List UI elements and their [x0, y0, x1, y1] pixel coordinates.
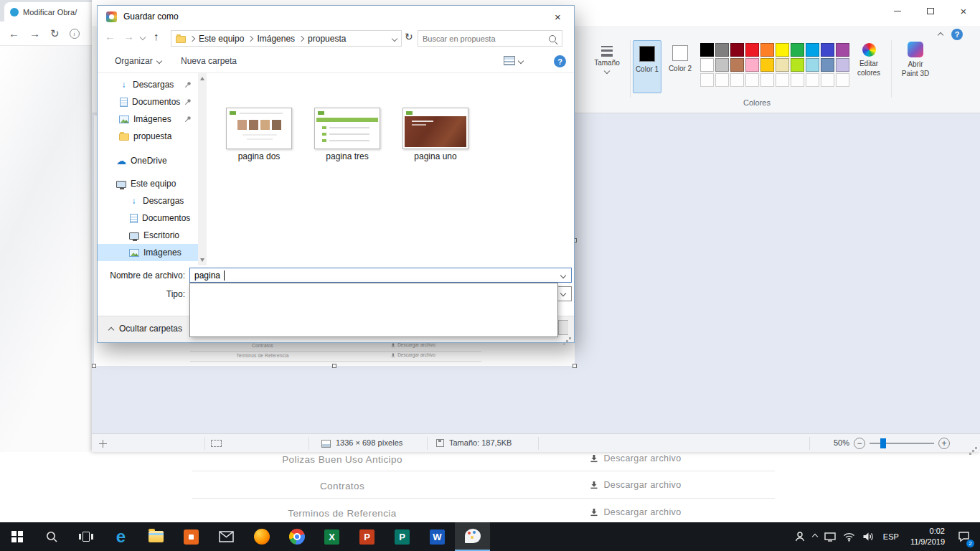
language-indicator[interactable]: ESP — [877, 522, 905, 551]
sidebar-item-documentos[interactable]: Documentos — [98, 93, 198, 110]
window-resize-grip[interactable] — [975, 447, 977, 449]
palette-swatch[interactable] — [730, 43, 744, 57]
chevron-down-icon[interactable] — [560, 291, 566, 296]
palette-swatch[interactable] — [791, 43, 804, 57]
palette-empty-slot[interactable] — [760, 73, 774, 87]
file-name[interactable]: pagina uno — [392, 151, 479, 161]
start-button[interactable] — [0, 522, 34, 551]
taskbar-app-excel[interactable]: X — [314, 522, 349, 551]
taskbar-app-paint-active[interactable] — [455, 522, 490, 551]
resize-handle[interactable] — [332, 364, 336, 368]
action-center-button[interactable]: 2 — [951, 522, 977, 551]
palette-empty-slot[interactable] — [821, 73, 834, 87]
chevron-down-icon[interactable] — [560, 272, 566, 278]
show-hidden-icons-button[interactable] — [809, 522, 821, 551]
filename-input[interactable] — [190, 270, 561, 281]
task-view-button[interactable] — [69, 522, 103, 551]
close-button[interactable]: × — [947, 0, 980, 22]
back-button[interactable]: ← — [105, 30, 116, 42]
sidebar-item-propuesta[interactable]: propuesta — [98, 128, 198, 145]
file-item[interactable] — [226, 108, 292, 149]
browser-reload-button[interactable]: ↻ — [50, 27, 60, 40]
edit-colors-button[interactable]: Editar colores — [851, 40, 887, 96]
collapse-ribbon-icon[interactable] — [938, 32, 943, 38]
breadcrumb-item[interactable]: propuesta — [308, 34, 346, 44]
sidebar-item-escritorio[interactable]: Escritorio — [98, 227, 198, 244]
palette-empty-slot[interactable] — [700, 73, 714, 87]
taskbar-app-store[interactable] — [174, 522, 209, 551]
history-dropdown-icon[interactable] — [140, 34, 146, 40]
maximize-button[interactable] — [914, 0, 947, 22]
taskbar-app-firefox[interactable] — [244, 522, 279, 551]
file-list-area[interactable]: pagina dos pagina tres pag — [207, 73, 572, 265]
palette-swatch[interactable] — [745, 43, 759, 57]
hide-folders-button[interactable]: Ocultar carpetas — [109, 324, 182, 334]
palette-empty-slot[interactable] — [715, 73, 729, 87]
network-icon[interactable] — [821, 522, 839, 551]
forward-button[interactable]: → — [123, 30, 134, 42]
taskbar-app-mail[interactable] — [209, 522, 244, 551]
color2-button[interactable]: Color 2 — [666, 40, 694, 93]
sidebar-item-imagenes[interactable]: Imágenes — [98, 110, 198, 128]
palette-swatch[interactable] — [760, 58, 774, 72]
search-input[interactable] — [418, 34, 549, 43]
browser-back-button[interactable]: ← — [9, 27, 19, 39]
taskbar-app-file-explorer[interactable] — [138, 522, 174, 551]
refresh-button[interactable]: ↻ — [405, 31, 413, 42]
palette-empty-slot[interactable] — [791, 73, 804, 87]
palette-swatch[interactable] — [836, 43, 849, 57]
taskbar-app-word[interactable]: W — [420, 522, 455, 551]
zoom-out-button[interactable]: − — [854, 438, 865, 449]
palette-swatch[interactable] — [821, 58, 834, 72]
resize-handle[interactable] — [92, 364, 96, 368]
view-toggle-button[interactable] — [504, 56, 523, 65]
dialog-resize-grip[interactable] — [569, 337, 571, 339]
browser-forward-button[interactable]: → — [29, 27, 40, 39]
filename-combo[interactable] — [189, 268, 572, 283]
address-dropdown-icon[interactable] — [392, 35, 397, 41]
palette-swatch[interactable] — [715, 58, 729, 72]
sidebar-item-documentos-2[interactable]: Documentos — [98, 209, 198, 227]
file-item[interactable] — [402, 108, 468, 149]
palette-empty-slot[interactable] — [836, 73, 849, 87]
file-name[interactable]: pagina tres — [304, 151, 390, 161]
organize-button[interactable]: Organizar — [115, 56, 161, 66]
scroll-down-arrow[interactable] — [200, 258, 204, 262]
taskbar-app-edge[interactable]: e — [103, 522, 138, 551]
zoom-slider-track[interactable] — [870, 443, 934, 444]
download-link[interactable]: Descargar archivo — [492, 453, 779, 463]
palette-swatch[interactable] — [806, 58, 819, 72]
palette-swatch[interactable] — [821, 43, 834, 57]
dialog-close-button[interactable]: × — [542, 6, 574, 27]
new-folder-button[interactable]: Nueva carpeta — [181, 56, 237, 66]
minimize-button[interactable] — [881, 0, 914, 22]
palette-swatch[interactable] — [715, 43, 729, 57]
palette-swatch[interactable] — [791, 58, 804, 72]
sidebar-scrollbar[interactable] — [198, 73, 207, 265]
breadcrumb-item[interactable]: Imágenes — [257, 34, 295, 44]
wifi-icon[interactable] — [839, 522, 859, 551]
sidebar-item-este-equipo[interactable]: Este equipo — [98, 175, 198, 192]
zoom-in-button[interactable]: + — [938, 438, 950, 449]
palette-swatch[interactable] — [700, 58, 714, 72]
palette-empty-slot[interactable] — [745, 73, 759, 87]
people-icon[interactable] — [791, 522, 809, 551]
download-link[interactable]: Descargar archivo — [492, 480, 779, 490]
help-icon[interactable]: ? — [951, 29, 963, 40]
file-item[interactable] — [314, 108, 380, 149]
sidebar-item-descargas[interactable]: ↓Descargas — [98, 76, 198, 93]
palette-swatch[interactable] — [806, 43, 819, 57]
sidebar-item-onedrive[interactable]: ☁OneDrive — [98, 152, 198, 169]
breadcrumb-item[interactable]: Este equipo — [199, 34, 244, 44]
palette-empty-slot[interactable] — [806, 73, 819, 87]
size-button[interactable]: Tamaño — [590, 40, 624, 95]
resize-handle[interactable] — [573, 364, 577, 368]
taskbar-search-button[interactable] — [34, 522, 69, 551]
palette-swatch[interactable] — [760, 43, 774, 57]
taskbar-app-powerpoint[interactable]: P — [349, 522, 385, 551]
zoom-slider-thumb[interactable] — [880, 438, 886, 448]
palette-swatch[interactable] — [776, 43, 789, 57]
scroll-up-arrow[interactable] — [200, 77, 204, 80]
cancel-button-fragment[interactable] — [558, 320, 568, 335]
open-paint3d-button[interactable]: Abrir Paint 3D — [895, 40, 936, 96]
